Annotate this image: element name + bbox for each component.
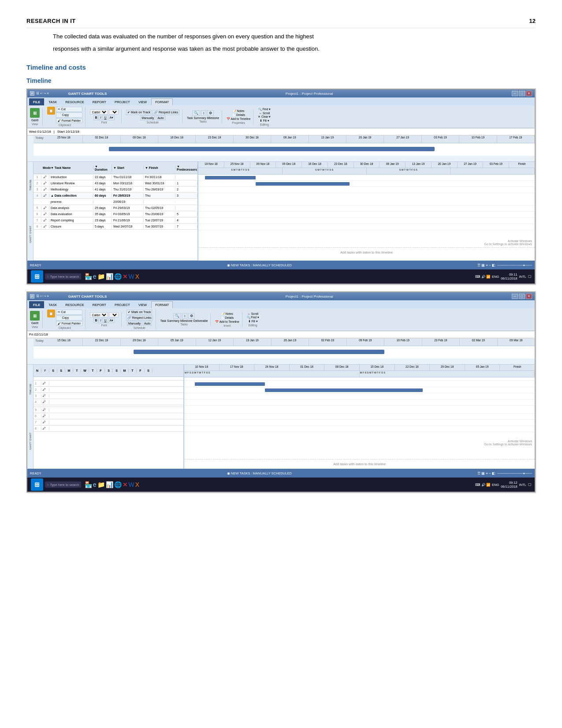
tdc-4: 16 Dec 18 <box>158 135 196 143</box>
fill-btn[interactable]: ⬇ Fill ▾ <box>260 119 269 123</box>
auto-btn-2[interactable]: Auto <box>143 321 152 326</box>
tab-report-1[interactable]: REPORT <box>89 98 110 105</box>
copy-btn[interactable]: 📄 Copy <box>56 112 82 118</box>
close-btn-1[interactable]: ✕ <box>526 91 532 96</box>
notes-btn-2[interactable]: 📝 Notes <box>221 312 233 316</box>
gantt-icon[interactable]: ▦ <box>30 108 40 118</box>
systray-show-desktop-2[interactable]: ☐ <box>528 483 531 487</box>
italic-btn-2[interactable]: I <box>99 318 102 323</box>
tab-view-1[interactable]: VIEW <box>134 98 151 105</box>
gh1-1: 18 Nov 18 <box>198 162 224 168</box>
font-size-select[interactable]: 11 <box>109 109 119 115</box>
tab-file-1[interactable]: FILE <box>29 98 44 105</box>
paste-icon[interactable]: 📋 <box>47 107 55 115</box>
restore-btn-2[interactable]: □ <box>519 294 525 299</box>
tab-project-1[interactable]: PROJECT <box>111 98 134 105</box>
font-color-btn-2[interactable]: A▾ <box>108 318 115 323</box>
format-painter-btn[interactable]: 🖌 Format Painter <box>56 118 82 123</box>
th-indicator <box>33 168 41 168</box>
taskbar-icon-msproject-2[interactable]: 📊 <box>106 481 113 488</box>
paste-icon-2[interactable]: 📋 <box>47 310 55 317</box>
fill-btn-2[interactable]: ⬇ Fill ▾ <box>248 320 258 323</box>
font-size-select-2[interactable]: 11 <box>109 312 119 317</box>
scroll-btn[interactable]: ↔ Scroll <box>259 112 270 115</box>
underline-btn-2[interactable]: U <box>103 318 108 323</box>
ribbon-group-font: Calibri 11 B I U A▾ Font <box>87 109 122 124</box>
find-btn[interactable]: 🔍 Find ▾ <box>258 108 271 111</box>
manually-btn-2[interactable]: Manually <box>127 321 142 326</box>
mode-icon-2[interactable]: ⚙ <box>188 313 195 319</box>
taskbar-icon-excel-2[interactable]: X <box>135 481 139 488</box>
mark-on-track-btn[interactable]: ✔ Mark on Track <box>126 110 152 115</box>
tr-num-7: 7 <box>33 218 41 222</box>
inspect-btn[interactable]: 🔍 <box>192 110 200 116</box>
notes-btn[interactable]: 📝 Notes <box>233 109 245 113</box>
start-button-2[interactable]: ⊞ <box>31 478 43 491</box>
tab-project-2[interactable]: PROJECT <box>111 301 134 308</box>
add-to-timeline-btn[interactable]: 📅 Add to Timeline <box>227 117 250 121</box>
taskbar-icon-word-2[interactable]: W <box>129 481 134 488</box>
cut-btn[interactable]: ✂ Cut <box>56 107 82 112</box>
tab-resource-2[interactable]: RESOURCE <box>61 301 88 308</box>
close-btn-2[interactable]: ✕ <box>526 294 532 299</box>
format-painter-btn-2[interactable]: 🖌 Format Painter <box>56 321 82 326</box>
search-label-1[interactable]: Type here to search <box>50 275 79 279</box>
respect-links-btn[interactable]: 🔗 Respect Links <box>153 110 179 115</box>
taskbar-icon-edge-2[interactable]: e <box>93 481 97 488</box>
minimize-btn-2[interactable]: ─ <box>512 294 518 299</box>
restore-btn-1[interactable]: □ <box>519 91 525 96</box>
tr-mode-3: 🖊 <box>41 187 49 191</box>
move-icon-2[interactable]: ↕ <box>182 313 187 319</box>
tab-task-1[interactable]: TASK <box>45 98 61 105</box>
tab-report-2[interactable]: REPORT <box>89 301 110 308</box>
systray-show-desktop-1[interactable]: ☐ <box>528 275 531 279</box>
tab-file-2[interactable]: FILE <box>29 301 44 308</box>
taskbar-icon-folder-2[interactable]: 📁 <box>97 481 105 488</box>
tab-resource-1[interactable]: RESOURCE <box>61 98 88 105</box>
taskbar-icon-chrome-2[interactable]: 🌐 <box>114 481 122 488</box>
bold-btn-2[interactable]: B <box>93 318 98 323</box>
taskbar-icon-edge-1[interactable]: e <box>93 273 97 280</box>
taskbar-icon-chrome-1[interactable]: 🌐 <box>114 273 122 280</box>
taskbar-icon-excel-1[interactable]: X <box>135 273 139 280</box>
tr-num-6: 6 <box>33 212 41 216</box>
mode-btn[interactable]: ⚙ <box>207 110 214 116</box>
underline-btn[interactable]: U <box>103 115 108 120</box>
details-btn-2[interactable]: 📄 Details <box>221 316 234 320</box>
scroll-btn-2[interactable]: ↔ Scroll <box>247 312 258 315</box>
respect-links-btn-2[interactable]: 🔗 Respect Links <box>126 315 153 321</box>
bold-btn[interactable]: B <box>93 115 98 120</box>
inspect-icon-2[interactable]: 🔍 <box>173 313 181 319</box>
minimize-btn-1[interactable]: ─ <box>512 91 518 96</box>
cut-btn-2[interactable]: ✂ Cut <box>56 310 82 315</box>
tab-format-1[interactable]: FORMAT <box>151 98 173 105</box>
clear-btn[interactable]: ✕ Clear ▾ <box>258 115 271 119</box>
gantt-icon-2[interactable]: ▦ <box>30 311 40 321</box>
taskbar-icon-store-2[interactable]: 🏪 <box>85 481 92 488</box>
auto-schedule-btn[interactable]: Auto <box>156 116 165 120</box>
taskbar-icon-store-1[interactable]: 🏪 <box>85 273 92 280</box>
gantt-row-7-bar <box>198 218 535 224</box>
tab-view-2[interactable]: VIEW <box>134 301 151 308</box>
font-color-btn[interactable]: A▾ <box>108 115 115 120</box>
move-btn[interactable]: ↕ <box>201 110 206 116</box>
italic-btn[interactable]: I <box>99 115 102 120</box>
taskbar-icon-red-1[interactable]: ✕ <box>123 273 128 280</box>
taskbar-icon-folder-1[interactable]: 📁 <box>97 273 105 280</box>
taskbar-icon-word-1[interactable]: W <box>129 273 134 280</box>
font-family-select-2[interactable]: Calibri <box>90 312 108 317</box>
find-btn-2[interactable]: 🔍 Find ▾ <box>247 316 259 319</box>
taskbar-icon-red-2[interactable]: ✕ <box>123 481 128 488</box>
tab-task-2[interactable]: TASK <box>45 301 61 308</box>
ribbon-group-view-2: ▦ Gantt View <box>30 311 43 329</box>
taskbar-icon-msproject-1[interactable]: 📊 <box>106 273 113 280</box>
mark-track-btn-2[interactable]: ✔ Mark on Track <box>127 310 152 315</box>
start-button-1[interactable]: ⊞ <box>31 270 43 283</box>
search-label-2[interactable]: Type here to search <box>50 483 79 487</box>
details-btn[interactable]: 📄 Details <box>232 113 245 117</box>
tab-format-2[interactable]: FORMAT <box>151 301 173 308</box>
font-family-select[interactable]: Calibri <box>90 109 108 115</box>
add-timeline-btn-2[interactable]: 📅 Add to Timeline <box>215 320 239 324</box>
copy-btn-2[interactable]: 📄 Copy <box>56 315 82 321</box>
manually-schedule-btn[interactable]: Manually <box>140 116 155 120</box>
